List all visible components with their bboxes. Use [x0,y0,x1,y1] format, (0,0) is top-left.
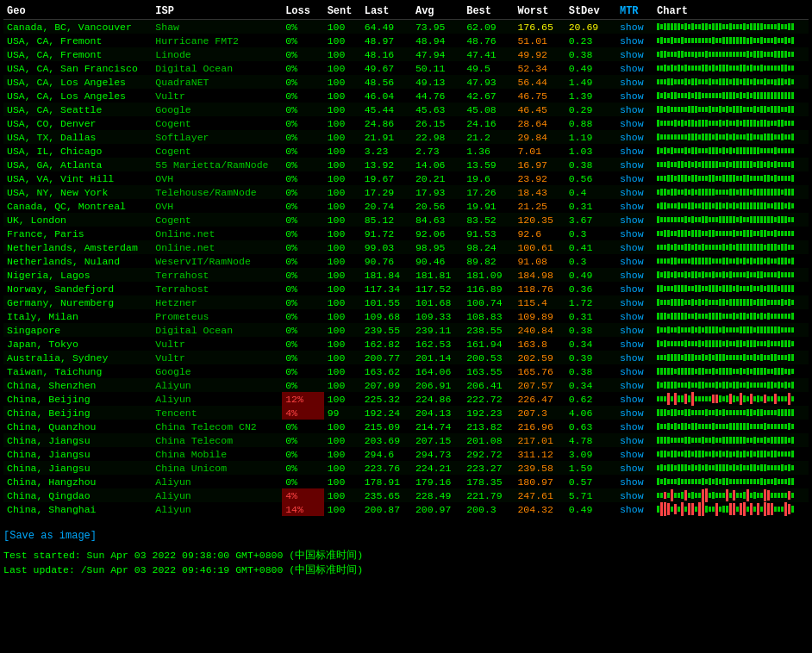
chart-bar [778,176,780,181]
cell-show[interactable]: show [616,89,653,103]
chart-bars [657,200,805,212]
cell-show[interactable]: show [616,364,653,378]
cell-stdev: 0.38 [565,47,616,61]
show-link[interactable]: show [620,49,644,60]
chart-bar [674,313,677,319]
show-link[interactable]: show [620,394,644,405]
show-link[interactable]: show [620,215,644,226]
save-as-image-link[interactable]: [Save as image] [3,530,97,542]
cell-worst: 165.76 [514,364,565,378]
show-link[interactable]: show [620,256,644,267]
show-link[interactable]: show [620,490,644,501]
cell-show[interactable]: show [616,378,653,392]
cell-show[interactable]: show [616,171,653,185]
show-link[interactable]: show [620,173,644,184]
show-link[interactable]: show [620,187,644,198]
chart-bar [691,410,694,415]
show-link[interactable]: show [620,325,644,336]
show-link[interactable]: show [620,201,644,212]
cell-show[interactable]: show [616,351,653,364]
cell-show[interactable]: show [616,144,653,158]
cell-geo: China, Beijing [3,392,152,406]
cell-show[interactable]: show [616,461,653,475]
show-link[interactable]: show [620,228,644,239]
show-link[interactable]: show [620,90,644,102]
show-link[interactable]: show [620,283,644,295]
chart-bar [736,120,739,127]
show-link[interactable]: show [620,118,644,129]
show-link[interactable]: show [620,297,644,308]
cell-show[interactable]: show [616,406,653,420]
show-link[interactable]: show [620,63,644,74]
cell-show[interactable]: show [616,392,653,406]
show-link[interactable]: show [620,504,644,515]
show-link[interactable]: show [620,159,644,171]
cell-show[interactable]: show [616,475,653,488]
cell-show[interactable]: show [616,433,653,447]
cell-isp: Hetzner [152,295,282,309]
chart-bar [674,285,677,292]
show-link[interactable]: show [620,270,644,281]
cell-show[interactable]: show [616,199,653,213]
cell-show[interactable]: show [616,61,653,75]
show-link[interactable]: show [620,449,644,460]
cell-show[interactable]: show [616,116,653,130]
show-link[interactable]: show [620,242,644,253]
cell-show[interactable]: show [616,309,653,323]
show-link[interactable]: show [620,352,644,364]
show-link[interactable]: show [620,104,644,115]
cell-show[interactable]: show [616,47,653,61]
cell-show[interactable]: show [616,488,653,502]
cell-show[interactable]: show [616,282,653,295]
cell-worst: 239.58 [514,461,565,475]
chart-bar [709,202,711,208]
chart-bar [784,340,787,347]
chart-bar [726,327,728,333]
show-link[interactable]: show [620,476,644,488]
cell-sent: 99 [324,406,361,420]
chart-bar [767,121,770,127]
chart-bar [767,203,770,209]
show-link[interactable]: show [620,35,644,47]
cell-show[interactable]: show [616,447,653,461]
show-link[interactable]: show [620,146,644,157]
chart-bar [784,244,787,251]
show-link[interactable]: show [620,407,644,419]
cell-show[interactable]: show [616,502,653,516]
chart-bar [684,300,687,306]
show-link[interactable]: show [620,311,644,322]
show-link[interactable]: show [620,463,644,474]
chart-bar [781,148,784,153]
cell-show[interactable]: show [616,240,653,254]
chart-bar [740,92,742,99]
show-link[interactable]: show [620,132,644,143]
show-link[interactable]: show [620,435,644,446]
chart-bar [698,355,701,361]
chart-bar [657,258,659,264]
cell-show[interactable]: show [616,130,653,144]
cell-show[interactable]: show [616,34,653,47]
cell-show[interactable]: show [616,254,653,268]
chart-bar [753,38,756,43]
cell-show[interactable]: show [616,185,653,199]
cell-show[interactable]: show [616,337,653,351]
chart-bar [733,355,735,361]
cell-show[interactable]: show [616,75,653,89]
show-link[interactable]: show [620,339,644,350]
cell-show[interactable]: show [616,323,653,337]
show-link[interactable]: show [620,22,644,33]
cell-show[interactable]: show [616,227,653,240]
cell-show[interactable]: show [616,20,653,34]
cell-show[interactable]: show [616,213,653,227]
show-link[interactable]: show [620,380,644,391]
chart-bar [740,423,742,430]
chart-bar [660,341,663,346]
cell-show[interactable]: show [616,295,653,309]
cell-show[interactable]: show [616,103,653,116]
show-link[interactable]: show [620,77,644,88]
show-link[interactable]: show [620,366,644,377]
cell-show[interactable]: show [616,268,653,282]
cell-show[interactable]: show [616,420,653,433]
show-link[interactable]: show [620,421,644,432]
cell-show[interactable]: show [616,158,653,171]
